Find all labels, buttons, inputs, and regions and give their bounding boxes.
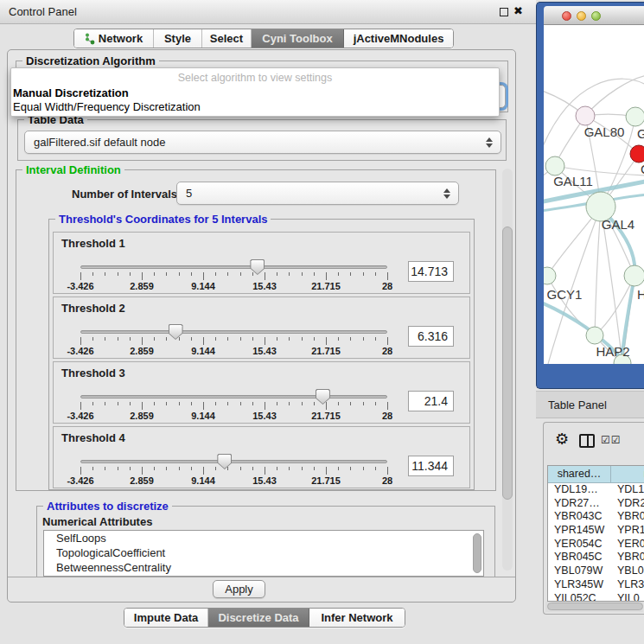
bottom-tab-bar: Impute DataDiscretize DataInfer Network: [124, 608, 405, 628]
cell-name: YIL0: [611, 592, 644, 603]
network-canvas[interactable]: GAL80G.CGAL11GAL4GCY1HHAP2: [544, 25, 644, 364]
thresholds-group: Threshold's Coordinates for 5 Intervals …: [48, 219, 475, 490]
cell-shared-name: YDR27…: [548, 497, 611, 511]
network-view-window: GAL80G.CGAL11GAL4GCY1HHAP2: [536, 2, 644, 389]
table-hscrollbar-thumb[interactable]: [547, 603, 643, 610]
popup-option-equal-width-frequency-discretization[interactable]: Equal Width/Frequency Discretization: [13, 100, 201, 113]
interval-definition-title: Interval Definition: [22, 163, 124, 176]
node-label: C: [641, 162, 644, 176]
interval-definition-group: Interval Definition Number of Intervals …: [16, 169, 496, 491]
checkbox-icons[interactable]: ☑☑: [601, 434, 622, 446]
attribute-item[interactable]: TopologicalCoefficient: [44, 545, 483, 560]
threshold-value-field[interactable]: 11.344: [408, 456, 454, 476]
slider-ticks: [80, 272, 387, 281]
control-panel-titlebar: Control Panel ✖: [0, 0, 536, 24]
node-label: GCY1: [547, 287, 583, 302]
node-label: GAL11: [553, 174, 593, 188]
attribute-item[interactable]: BetweennessCentrality: [44, 560, 483, 575]
tab-label: jActiveMNodules: [354, 32, 444, 45]
cell-shared-name: YER054C: [548, 538, 611, 552]
table-row[interactable]: YDL19…YDL1: [548, 483, 644, 497]
split-view-icon[interactable]: [579, 434, 595, 448]
threshold-slider-track[interactable]: [80, 460, 387, 463]
tab-jactivemnodules[interactable]: jActiveMNodules: [344, 29, 453, 48]
table-header-row: shared… na: [548, 466, 644, 483]
slider-tick-labels: -3.4262.8599.14415.4321.71528: [80, 475, 387, 486]
cell-shared-name: YLR345W: [548, 578, 611, 592]
network-window-titlebar[interactable]: [544, 6, 644, 25]
numerical-attributes-list[interactable]: SelfLoopsTopologicalCoefficientBetweenne…: [43, 530, 484, 577]
threshold-slider-track[interactable]: [80, 330, 387, 334]
number-of-intervals-combobox[interactable]: 5: [176, 182, 459, 205]
table-row[interactable]: YIL052CYIL0: [548, 592, 644, 603]
network-node-g[interactable]: [626, 107, 644, 126]
network-node-h[interactable]: [624, 265, 644, 286]
attributes-scrollbar[interactable]: [473, 533, 481, 573]
close-traffic-light-icon[interactable]: [562, 11, 571, 21]
table-row[interactable]: YDR27…YDR2: [548, 497, 644, 511]
threshold-box-3: Threshold 3-3.4262.8599.14415.4321.71528…: [53, 361, 470, 424]
tab-cyni-toolbox[interactable]: Cyni Toolbox: [252, 29, 344, 48]
threshold-value-field[interactable]: 14.713: [408, 261, 454, 282]
popup-option-manual-discretization[interactable]: Manual Discretization: [13, 86, 129, 99]
table-row[interactable]: YBR045CYBR0: [548, 551, 644, 564]
tab-infer-network[interactable]: Infer Network: [309, 609, 405, 627]
cell-name: YBR0: [611, 510, 644, 524]
combo-arrows-icon: [443, 188, 450, 199]
cell-shared-name: YBR045C: [548, 551, 611, 564]
node-attribute-table[interactable]: shared… na YDL19…YDL1YDR27…YDR2YBR043CYB…: [547, 465, 644, 602]
panel-scrollbar-thumb[interactable]: [502, 226, 513, 500]
zoom-traffic-light-icon[interactable]: [591, 11, 601, 21]
apply-button[interactable]: Apply: [213, 580, 265, 598]
tab-network[interactable]: Network: [74, 29, 154, 48]
minimize-traffic-light-icon[interactable]: [577, 11, 586, 21]
network-node-hap2[interactable]: [586, 327, 603, 344]
network-node-c[interactable]: [630, 145, 644, 163]
tab-label: Cyni Toolbox: [262, 32, 332, 45]
node-label: G.: [637, 126, 644, 141]
tab-discretize-data[interactable]: Discretize Data: [208, 609, 309, 627]
gear-icon[interactable]: ⚙: [555, 431, 569, 447]
float-window-icon[interactable]: [500, 8, 508, 16]
tab-label: Infer Network: [321, 611, 392, 624]
attribute-item[interactable]: SelfLoops: [44, 531, 483, 545]
cell-name: YLR3: [611, 578, 644, 592]
table-row[interactable]: YBL079WYBL0: [548, 564, 644, 578]
threshold-slider-track[interactable]: [80, 395, 387, 399]
tab-select[interactable]: Select: [202, 29, 252, 48]
table-data-combobox[interactable]: galFiltered.sif default node: [24, 131, 501, 154]
algorithm-dropdown-popup: Select algorithm to view settings Manual…: [10, 67, 500, 117]
threshold-box-1: Threshold 1-3.4262.8599.14415.4321.71528…: [53, 232, 470, 294]
table-row[interactable]: YLR345WYLR3: [548, 578, 644, 592]
close-icon[interactable]: ✖: [513, 4, 523, 17]
node-label: GAL4: [602, 217, 634, 232]
tab-impute-data[interactable]: Impute Data: [124, 609, 208, 627]
cell-shared-name: YBR043C: [548, 510, 611, 524]
cell-name: YDL1: [611, 483, 644, 497]
node-label: H: [637, 287, 644, 302]
table-row[interactable]: YPR145WYPR1: [548, 524, 644, 538]
network-node-gal80[interactable]: [576, 106, 595, 125]
cell-shared-name: YBL079W: [548, 564, 611, 578]
cell-shared-name: YIL052C: [548, 592, 611, 603]
threshold-value-field[interactable]: 6.316: [408, 326, 454, 347]
network-node-gcy1[interactable]: [544, 267, 556, 284]
panel-title: Control Panel: [9, 5, 77, 18]
column-header-name[interactable]: na: [611, 466, 644, 483]
column-header-shared-name[interactable]: shared…: [548, 466, 611, 483]
cell-name: YER0: [611, 538, 644, 552]
number-of-intervals-label: Number of Intervals: [72, 188, 177, 201]
tab-label: Network: [99, 32, 143, 45]
slider-tick-labels: -3.4262.8599.14415.4321.71528: [80, 281, 387, 291]
table-row[interactable]: YBR043CYBR0: [548, 510, 644, 524]
slider-ticks: [80, 337, 387, 346]
threshold-slider-track[interactable]: [80, 265, 387, 269]
tab-style[interactable]: Style: [154, 29, 202, 48]
cell-name: YPR1: [611, 524, 644, 538]
cell-shared-name: YDL19…: [548, 483, 611, 497]
threshold-label: Threshold 4: [61, 431, 125, 444]
network-node-gal11[interactable]: [545, 156, 564, 175]
table-row[interactable]: YER054CYER0: [548, 538, 644, 552]
algorithm-group-title: Discretization Algorithm: [22, 54, 159, 67]
threshold-value-field[interactable]: 21.4: [408, 391, 454, 411]
